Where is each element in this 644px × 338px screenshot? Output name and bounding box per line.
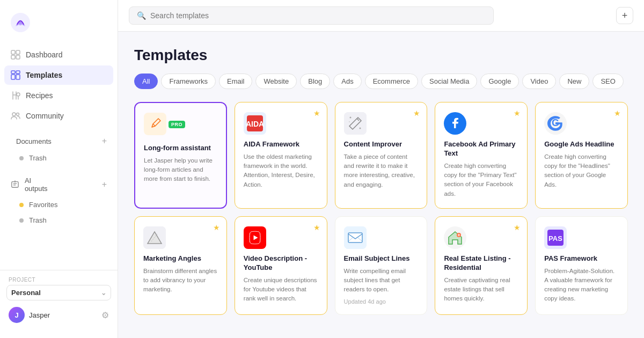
card-desc: Create high converting copy for the "Hea… <box>544 152 619 189</box>
card-title: Marketing Angles <box>143 254 218 263</box>
settings-icon[interactable]: ⚙ <box>101 310 109 320</box>
template-card-video-desc[interactable]: ★ Video Description - YouTubeCreate uniq… <box>235 216 327 315</box>
card-title: Google Ads Headline <box>544 140 619 149</box>
sidebar-item-trash2[interactable]: Trash <box>4 212 113 228</box>
search-input[interactable] <box>150 11 486 20</box>
card-title: Video Description - YouTube <box>244 254 318 273</box>
template-card-real-estate[interactable]: ★ Real Estate Listing - ResidentialCreat… <box>435 216 528 315</box>
template-grid: PRO Long-form assistantLet Jasper help y… <box>134 102 628 315</box>
filter-tab-new[interactable]: New <box>559 74 589 89</box>
svg-rect-29 <box>348 233 362 243</box>
template-card-content-improver[interactable]: ★ Content ImproverTake a piece of conten… <box>335 102 428 209</box>
page-title: Templates <box>134 47 628 64</box>
ai-outputs-header[interactable]: AI outputs + <box>4 172 113 197</box>
card-desc: Write compelling email subject lines tha… <box>344 267 419 295</box>
svg-rect-14 <box>12 182 18 188</box>
template-card-fb-ad[interactable]: ★ Facebook Ad Primary TextCreate high co… <box>435 102 528 209</box>
template-card-aida[interactable]: ★ AIDA AIDA FrameworkUse the oldest mark… <box>235 102 327 209</box>
card-timestamp: Updated 4d ago <box>344 298 419 305</box>
filter-tab-social-media[interactable]: Social Media <box>421 74 477 89</box>
card-desc: Brainstorm different angles to add vibra… <box>143 267 218 295</box>
filter-tab-ads[interactable]: Ads <box>333 74 361 89</box>
filter-tabs: AllFrameworksEmailWebsiteBlogAdsEcommerc… <box>134 74 628 89</box>
card-title: PAS Framework <box>544 254 619 263</box>
filter-tab-seo[interactable]: SEO <box>592 74 623 89</box>
filter-tab-google[interactable]: Google <box>480 74 519 89</box>
card-desc: Let Jasper help you write long-form arti… <box>144 156 217 184</box>
topbar: 🔍 + <box>118 0 644 32</box>
card-title: Email Subject Lines <box>344 254 419 263</box>
svg-text:G: G <box>552 117 559 128</box>
template-card-email-subject[interactable]: Email Subject LinesWrite compelling emai… <box>335 216 428 315</box>
sidebar-item-recipes-label: Recipes <box>26 91 53 100</box>
template-card-google-ads[interactable]: ★ G Google Ads HeadlineCreate high conve… <box>535 102 628 209</box>
sidebar-item-community[interactable]: Community <box>4 106 113 126</box>
svg-rect-7 <box>16 71 20 74</box>
trash-label: Trash <box>29 154 47 162</box>
sidebar-item-templates[interactable]: Templates <box>4 65 113 85</box>
card-title: Long-form assistant <box>144 144 217 153</box>
card-desc: Use the oldest marketing framework in th… <box>244 152 318 189</box>
documents-header[interactable]: Documents + <box>4 132 113 150</box>
svg-point-10 <box>17 93 20 96</box>
card-desc: Problem-Agitate-Solution. A valuable fra… <box>544 267 619 304</box>
svg-text:PAS: PAS <box>548 234 562 243</box>
sidebar-item-recipes[interactable]: Recipes <box>4 86 113 105</box>
filter-tab-frameworks[interactable]: Frameworks <box>161 74 216 89</box>
card-badge: PRO <box>169 121 185 128</box>
svg-text:AIDA: AIDA <box>246 120 264 128</box>
user-name: Jasper <box>29 311 50 319</box>
documents-section: Documents + Trash <box>4 132 113 166</box>
project-selector[interactable]: Personal ⌄ <box>6 285 111 300</box>
template-card-long-form[interactable]: PRO Long-form assistantLet Jasper help y… <box>134 102 227 209</box>
filter-tab-ecommerce[interactable]: Ecommerce <box>365 74 418 89</box>
favorites-dot-icon <box>19 203 24 207</box>
filter-tab-all[interactable]: All <box>134 74 158 89</box>
svg-rect-6 <box>11 71 15 74</box>
svg-point-22 <box>349 121 350 122</box>
add-button[interactable]: + <box>616 7 633 24</box>
svg-rect-3 <box>16 50 20 54</box>
search-icon: 🔍 <box>137 11 146 20</box>
star-icon: ★ <box>213 223 220 232</box>
svg-rect-2 <box>11 50 15 54</box>
documents-add-icon[interactable]: + <box>102 136 107 146</box>
ai-outputs-add-icon[interactable]: + <box>102 180 107 189</box>
star-icon: ★ <box>313 109 320 117</box>
trash-dot-icon <box>19 156 24 160</box>
sidebar-item-trash[interactable]: Trash <box>4 150 113 166</box>
card-desc: Creative captivating real estate listing… <box>444 276 518 304</box>
template-card-marketing-angles[interactable]: ★ Marketing AnglesBrainstorm different a… <box>134 216 227 315</box>
sidebar-item-favorites[interactable]: Favorites <box>4 197 113 212</box>
star-icon: ★ <box>614 109 621 117</box>
filter-tab-email[interactable]: Email <box>219 74 253 89</box>
favorites-label: Favorites <box>29 201 57 209</box>
avatar: J <box>9 307 25 323</box>
logo[interactable] <box>0 9 118 45</box>
star-icon: ★ <box>514 223 521 232</box>
filter-tab-blog[interactable]: Blog <box>300 74 330 89</box>
sidebar-item-dashboard[interactable]: Dashboard <box>4 45 113 64</box>
template-card-pas[interactable]: PAS PAS FrameworkProblem-Agitate-Solutio… <box>535 216 628 315</box>
sidebar-navigation: Dashboard Templates Recipes <box>0 45 118 266</box>
trash2-dot-icon <box>19 218 24 223</box>
card-title: Content Improver <box>344 140 419 149</box>
svg-rect-15 <box>148 116 163 131</box>
svg-rect-9 <box>16 75 20 79</box>
star-icon: ★ <box>313 223 320 232</box>
svg-point-20 <box>349 117 351 119</box>
svg-rect-8 <box>11 75 15 79</box>
search-box[interactable]: 🔍 <box>129 6 494 25</box>
project-label: PROJECT <box>6 277 111 283</box>
filter-tab-website[interactable]: Website <box>255 74 297 89</box>
card-title: AIDA Framework <box>244 140 318 149</box>
filter-tab-video[interactable]: Video <box>522 74 556 89</box>
card-desc: Create high converting copy for the "Pri… <box>444 161 518 199</box>
svg-point-1 <box>19 22 22 25</box>
documents-label: Documents <box>16 137 52 145</box>
star-icon: ★ <box>514 109 521 117</box>
content-area: Templates AllFrameworksEmailWebsiteBlogA… <box>118 32 644 338</box>
main-area: 🔍 + Templates AllFrameworksEmailWebsiteB… <box>118 0 644 338</box>
user-info: J Jasper <box>9 307 50 323</box>
chevron-down-icon: ⌄ <box>101 289 106 297</box>
